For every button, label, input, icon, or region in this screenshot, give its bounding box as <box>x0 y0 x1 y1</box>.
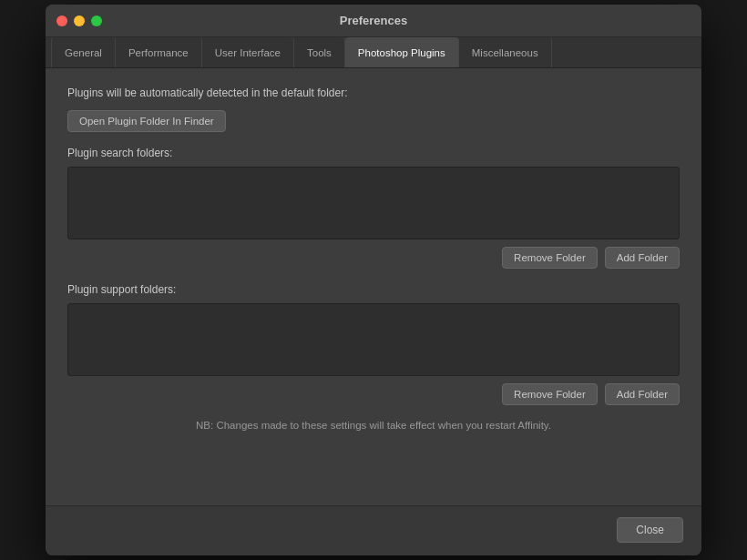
tab-tools[interactable]: Tools <box>294 37 345 67</box>
title-bar: Preferences <box>46 5 701 37</box>
tab-photoshop-plugins[interactable]: Photoshop Plugins <box>345 37 459 67</box>
tab-performance[interactable]: Performance <box>116 37 202 67</box>
traffic-lights <box>56 15 102 26</box>
add-search-folder-button[interactable]: Add Folder <box>605 247 680 269</box>
maximize-traffic-light[interactable] <box>91 15 102 26</box>
support-folders-label: Plugin support folders: <box>67 283 680 296</box>
tab-general[interactable]: General <box>51 37 116 67</box>
minimize-traffic-light[interactable] <box>74 15 85 26</box>
search-folders-label: Plugin search folders: <box>67 147 680 159</box>
search-folder-actions: Remove Folder Add Folder <box>67 247 680 269</box>
search-folders-list <box>67 167 680 239</box>
preferences-window: Preferences General Performance User Int… <box>46 5 701 555</box>
support-folders-list <box>67 303 680 376</box>
open-plugin-folder-button[interactable]: Open Plugin Folder In Finder <box>67 110 226 132</box>
tab-miscellaneous[interactable]: Miscellaneous <box>459 37 552 67</box>
close-traffic-light[interactable] <box>56 15 67 26</box>
content-area: Plugins will be automatically detected i… <box>46 68 701 505</box>
restart-notice: NB: Changes made to these settings will … <box>67 420 680 431</box>
remove-support-folder-button[interactable]: Remove Folder <box>502 383 598 405</box>
add-support-folder-button[interactable]: Add Folder <box>605 383 680 405</box>
close-button[interactable]: Close <box>617 517 683 543</box>
footer: Close <box>46 505 701 555</box>
auto-detect-info: Plugins will be automatically detected i… <box>67 87 680 99</box>
remove-search-folder-button[interactable]: Remove Folder <box>502 247 598 269</box>
tab-bar: General Performance User Interface Tools… <box>46 37 701 68</box>
tab-user-interface[interactable]: User Interface <box>202 37 294 67</box>
window-title: Preferences <box>340 14 407 27</box>
support-folder-actions: Remove Folder Add Folder <box>67 383 680 405</box>
